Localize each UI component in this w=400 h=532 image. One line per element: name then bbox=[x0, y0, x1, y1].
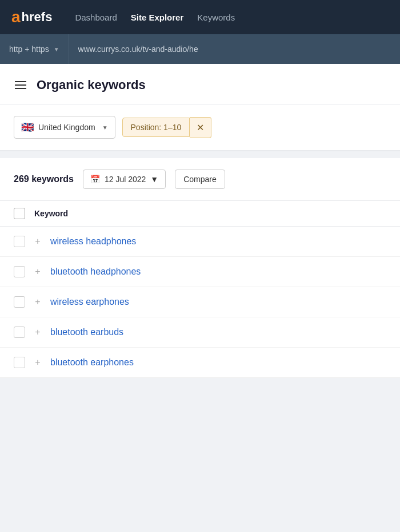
protocol-selector[interactable]: http + https ▼ bbox=[0, 34, 69, 64]
country-chevron-icon: ▼ bbox=[102, 124, 108, 131]
keyword-link-3[interactable]: wireless earphones bbox=[50, 297, 129, 307]
protocol-chevron-icon: ▼ bbox=[54, 46, 59, 53]
country-flag-icon: 🇬🇧 bbox=[21, 121, 34, 134]
table-row: + wireless earphones bbox=[0, 287, 400, 317]
country-selector[interactable]: 🇬🇧 United Kingdom ▼ bbox=[14, 116, 115, 139]
table-row: + wireless headphones bbox=[0, 227, 400, 257]
table-row: + bluetooth headphones bbox=[0, 257, 400, 287]
table-row: + bluetooth earphones bbox=[0, 348, 400, 378]
page-header: Organic keywords bbox=[0, 64, 400, 104]
filters-section: 🇬🇧 United Kingdom ▼ Position: 1–10 ✕ bbox=[0, 104, 400, 151]
position-filter-button[interactable]: Position: 1–10 bbox=[122, 118, 190, 137]
logo-a: a bbox=[11, 9, 21, 25]
keyword-link-5[interactable]: bluetooth earphones bbox=[50, 357, 134, 368]
nav-keywords[interactable]: Keywords bbox=[197, 13, 235, 22]
table-row: + bluetooth earbuds bbox=[0, 317, 400, 348]
page-title: Organic keywords bbox=[37, 78, 146, 92]
hamburger-line-3 bbox=[15, 88, 26, 89]
position-filter-close-button[interactable]: ✕ bbox=[190, 117, 211, 138]
keyword-link-4[interactable]: bluetooth earbuds bbox=[50, 327, 123, 337]
country-name-label: United Kingdom bbox=[38, 123, 95, 132]
add-keyword-icon-4[interactable]: + bbox=[33, 327, 42, 337]
row-checkbox-3[interactable] bbox=[14, 296, 25, 308]
add-keyword-icon-1[interactable]: + bbox=[33, 236, 42, 247]
compare-button[interactable]: Compare bbox=[175, 170, 225, 189]
keywords-table: + wireless headphones + bluetooth headph… bbox=[0, 227, 400, 378]
position-filter-label: Position: 1–10 bbox=[131, 123, 182, 132]
add-keyword-icon-3[interactable]: + bbox=[33, 297, 42, 307]
protocol-label: http + https bbox=[9, 45, 49, 54]
date-selector[interactable]: 📅 12 Jul 2022 ▼ bbox=[83, 170, 166, 189]
nav-site-explorer[interactable]: Site Explorer bbox=[131, 13, 184, 22]
keyword-link-1[interactable]: wireless headphones bbox=[50, 236, 136, 247]
hamburger-line-2 bbox=[15, 84, 26, 86]
url-bar: http + https ▼ bbox=[0, 34, 400, 64]
position-filter-group: Position: 1–10 ✕ bbox=[122, 117, 212, 138]
compare-label: Compare bbox=[183, 175, 217, 184]
keywords-count-label: 269 keywords bbox=[14, 174, 74, 184]
row-checkbox-1[interactable] bbox=[14, 236, 25, 247]
keyword-column-header: Keyword bbox=[34, 209, 68, 218]
calendar-icon: 📅 bbox=[90, 175, 100, 184]
add-keyword-icon-5[interactable]: + bbox=[33, 357, 42, 368]
logo-hrefs: hrefs bbox=[22, 11, 53, 23]
table-section: 269 keywords 📅 12 Jul 2022 ▼ Compare Key… bbox=[0, 158, 400, 378]
hamburger-line-1 bbox=[15, 81, 26, 82]
add-keyword-icon-2[interactable]: + bbox=[33, 267, 42, 277]
row-checkbox-2[interactable] bbox=[14, 266, 25, 277]
row-checkbox-5[interactable] bbox=[14, 357, 25, 368]
date-label: 12 Jul 2022 bbox=[105, 175, 146, 184]
close-icon: ✕ bbox=[197, 122, 204, 133]
table-toolbar: 269 keywords 📅 12 Jul 2022 ▼ Compare bbox=[0, 158, 400, 201]
keyword-link-2[interactable]: bluetooth headphones bbox=[50, 267, 141, 277]
logo[interactable]: a hrefs bbox=[11, 9, 52, 25]
date-chevron-icon: ▼ bbox=[150, 175, 158, 184]
nav-items: Dashboard Site Explorer Keywords bbox=[75, 13, 235, 22]
main-content: Organic keywords 🇬🇧 United Kingdom ▼ Pos… bbox=[0, 64, 400, 378]
table-header-row: Keyword bbox=[0, 201, 400, 227]
top-navigation: a hrefs Dashboard Site Explorer Keywords bbox=[0, 0, 400, 34]
row-checkbox-4[interactable] bbox=[14, 327, 25, 338]
url-input[interactable] bbox=[69, 34, 400, 64]
select-all-checkbox[interactable] bbox=[14, 208, 25, 219]
hamburger-menu-button[interactable] bbox=[14, 80, 27, 90]
nav-dashboard[interactable]: Dashboard bbox=[75, 13, 117, 22]
